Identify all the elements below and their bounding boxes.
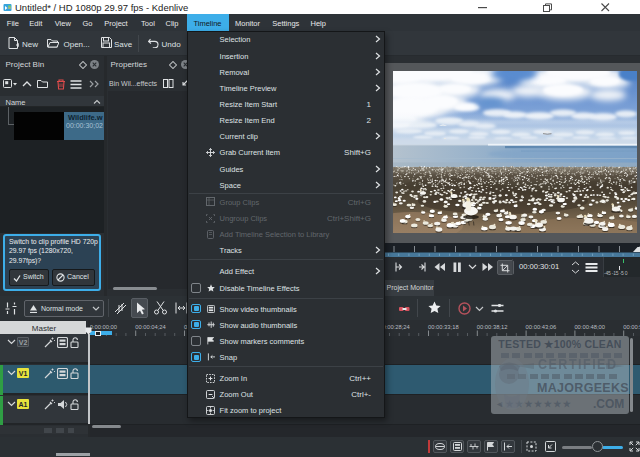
svg-text:00:00:48;00: 00:00:48;00	[574, 324, 605, 330]
svg-text:00:00:52;24: 00:00:52;24	[623, 324, 640, 330]
svg-text:00:00:38;12: 00:00:38;12	[477, 324, 508, 330]
svg-text:00:00:04;24: 00:00:04;24	[135, 324, 166, 330]
svg-text:00:00:43;06: 00:00:43;06	[526, 324, 557, 330]
svg-text:00:00:33;18: 00:00:33;18	[428, 324, 459, 330]
svg-text:00:00:00;00: 00:00:00;00	[90, 324, 117, 330]
